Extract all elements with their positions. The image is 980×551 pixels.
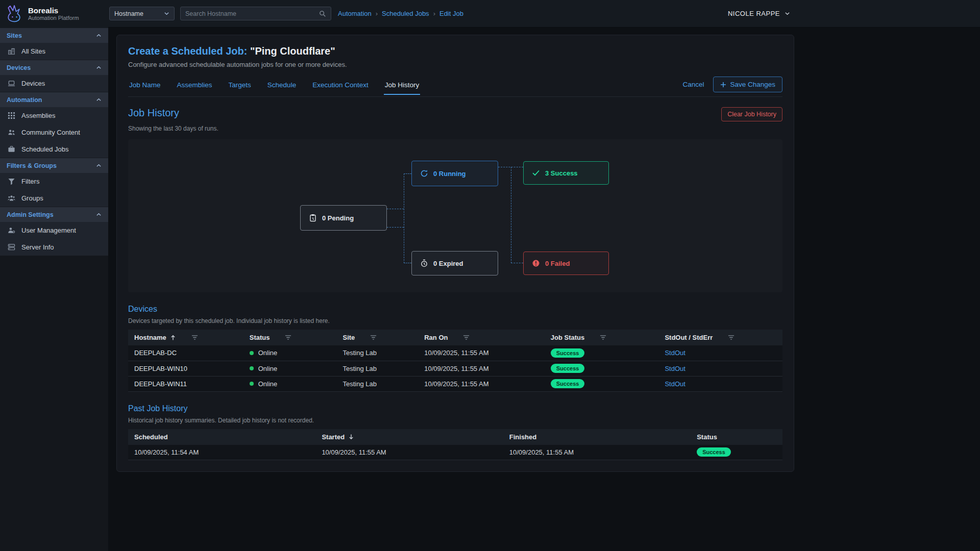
sidebar-item-filters[interactable]: Filters: [0, 173, 108, 190]
chevron-up-icon: [96, 163, 102, 168]
hostname-select[interactable]: Hostname: [109, 7, 175, 20]
breadcrumb-automation[interactable]: Automation: [338, 10, 372, 17]
stdout-link[interactable]: StdOut: [665, 365, 685, 372]
sidebar-item-label: Community Content: [21, 129, 80, 136]
column-header-finished[interactable]: Finished: [503, 429, 691, 445]
breadcrumb-scheduled-jobs[interactable]: Scheduled Jobs: [382, 10, 429, 17]
filter-icon[interactable]: [285, 334, 291, 341]
grid-icon: [8, 112, 15, 119]
sidebar-item-assemblies[interactable]: Assemblies: [0, 107, 108, 124]
cell-scheduled: 10/09/2025, 11:54 AM: [128, 445, 315, 460]
stopwatch-icon: [420, 259, 428, 267]
cell-job-status: Success: [545, 376, 659, 391]
past-job-history-heading: Past Job History: [128, 404, 782, 413]
cell-hostname: DEEPLAB-WIN11: [128, 376, 243, 391]
column-label: Status: [250, 334, 270, 341]
filter-icon[interactable]: [191, 334, 198, 341]
stdout-link[interactable]: StdOut: [665, 380, 685, 388]
save-changes-button[interactable]: Save Changes: [713, 77, 782, 92]
cell-hostname: DEEPLAB-DC: [128, 345, 243, 361]
connector-line: [511, 167, 511, 263]
online-dot: [250, 351, 254, 355]
column-header-started[interactable]: Started: [315, 429, 503, 445]
cancel-button[interactable]: Cancel: [682, 81, 704, 88]
cell-status: Success: [691, 445, 782, 460]
column-label: Scheduled: [134, 433, 168, 441]
sidebar-item-scheduled-jobs[interactable]: Scheduled Jobs: [0, 141, 108, 158]
user-name: NICOLE RAPPE: [728, 10, 780, 17]
status-badge: Success: [551, 348, 585, 358]
filter-icon[interactable]: [600, 334, 606, 341]
page-subtitle: Configure advanced schedulable automatio…: [128, 61, 782, 68]
app-name: Borealis: [28, 6, 79, 15]
search-icon[interactable]: [319, 10, 326, 17]
column-label: Finished: [509, 433, 536, 441]
tab-schedule[interactable]: Schedule: [266, 78, 297, 95]
column-header-status[interactable]: Status: [691, 429, 782, 445]
plus-icon: [720, 82, 726, 88]
sidebar-item-user-management[interactable]: User Management: [0, 222, 108, 239]
past-job-history-subtext: Historical job history summaries. Detail…: [128, 417, 782, 424]
column-header-job-status[interactable]: Job Status: [545, 330, 659, 345]
job-history-header: Job History Clear Job History: [128, 107, 782, 121]
app-logo[interactable]: Borealis Automation Platform: [0, 0, 108, 28]
tab-job-history[interactable]: Job History: [384, 78, 421, 95]
user-menu[interactable]: NICOLE RAPPE: [728, 10, 790, 17]
connector-line: [387, 209, 404, 209]
sidebar-section-admin-settings[interactable]: Admin Settings: [0, 207, 108, 222]
cell-stdout: StdOut: [658, 376, 782, 391]
chevron-up-icon: [96, 65, 102, 70]
column-header-hostname[interactable]: Hostname: [128, 330, 243, 345]
search-input[interactable]: [185, 10, 319, 17]
save-changes-label: Save Changes: [730, 81, 775, 88]
sidebar-item-all-sites[interactable]: All Sites: [0, 43, 108, 60]
sidebar-item-devices[interactable]: Devices: [0, 75, 108, 92]
sidebar-item-label: Server Info: [21, 243, 54, 251]
success-status-box: 3 Success: [523, 161, 609, 185]
filter-icon[interactable]: [370, 334, 377, 341]
check-icon: [532, 169, 540, 177]
sort-ascending-icon: [170, 335, 176, 341]
section-title: Admin Settings: [7, 211, 54, 218]
sync-icon: [420, 169, 428, 178]
people-icon: [8, 129, 15, 136]
column-header-site[interactable]: Site: [336, 330, 418, 345]
hostname-select-value: Hostname: [114, 10, 143, 17]
tab-targets[interactable]: Targets: [228, 78, 252, 95]
sidebar-item-groups[interactable]: Groups: [0, 190, 108, 207]
user-gear-icon: [8, 227, 15, 234]
column-header-status[interactable]: Status: [243, 330, 337, 345]
column-header-ran-on[interactable]: Ran On: [418, 330, 545, 345]
chevron-up-icon: [96, 212, 102, 217]
building-icon: [8, 47, 15, 55]
success-status-label: 3 Success: [545, 169, 578, 177]
clear-job-history-button[interactable]: Clear Job History: [721, 107, 782, 121]
sidebar-item-server-info[interactable]: Server Info: [0, 239, 108, 256]
column-header-scheduled[interactable]: Scheduled: [128, 429, 315, 445]
tab-execution-context[interactable]: Execution Context: [311, 78, 370, 95]
stdout-link[interactable]: StdOut: [665, 349, 685, 357]
sidebar-section-automation[interactable]: Automation: [0, 92, 108, 107]
page-title: Create a Scheduled Job: "Ping Cloudflare…: [128, 45, 782, 57]
filter-icon[interactable]: [463, 334, 470, 341]
devices-subtext: Devices targeted by this scheduled job. …: [128, 317, 782, 324]
tab-bar: Job Name Assemblies Targets Schedule Exe…: [128, 77, 782, 97]
job-history-subtext: Showing the last 30 days of runs.: [128, 125, 782, 132]
sidebar-section-filters-groups[interactable]: Filters & Groups: [0, 158, 108, 173]
app-subtitle: Automation Platform: [28, 15, 79, 21]
cell-status: Online: [243, 345, 337, 361]
sidebar-section-sites[interactable]: Sites: [0, 28, 108, 43]
column-header-stdout[interactable]: StdOut / StdErr: [658, 330, 782, 345]
section-title: Automation: [7, 96, 42, 104]
breadcrumb-edit-job[interactable]: Edit Job: [439, 10, 463, 17]
status-text: Online: [258, 380, 278, 388]
edit-job-card: Create a Scheduled Job: "Ping Cloudflare…: [116, 35, 794, 472]
tab-assemblies[interactable]: Assemblies: [176, 78, 213, 95]
cell-ran-on: 10/09/2025, 11:55 AM: [418, 361, 545, 376]
filter-icon[interactable]: [728, 334, 734, 341]
sidebar-item-community-content[interactable]: Community Content: [0, 124, 108, 141]
connector-line: [404, 173, 404, 263]
tab-job-name[interactable]: Job Name: [128, 78, 162, 95]
sidebar-section-devices[interactable]: Devices: [0, 60, 108, 75]
past-job-history-table: Scheduled Started Finished Status 10/09/…: [128, 429, 782, 461]
